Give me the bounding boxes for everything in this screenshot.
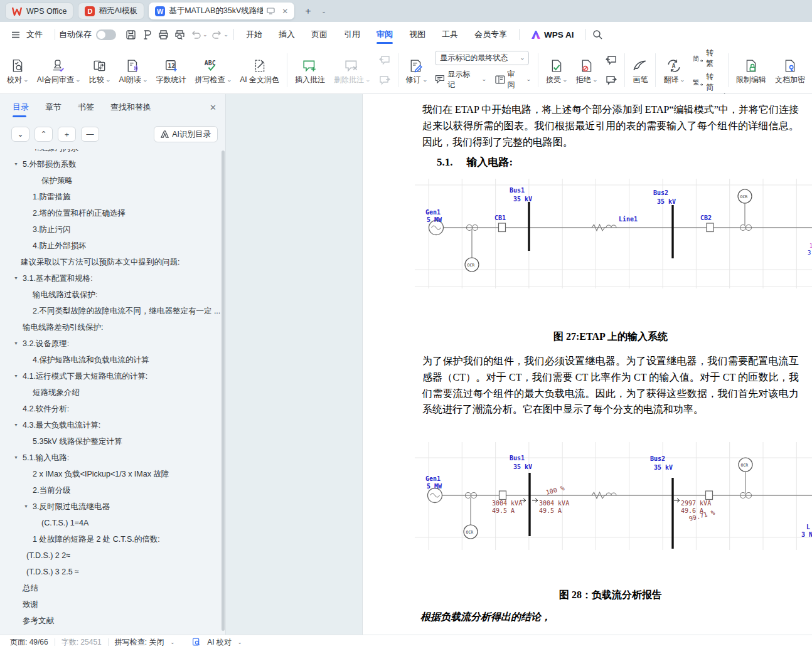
show-markup-button[interactable]: 显示标记⌄ [435, 69, 486, 90]
toc-item[interactable]: 2 x IMax 负载<IPickup<1/3 x IMax 故障 [0, 466, 220, 482]
hamburger-icon[interactable] [8, 26, 24, 43]
next-change-icon[interactable] [604, 74, 618, 87]
toc-item[interactable]: 4.绝缘污闪系 [0, 149, 220, 156]
figure-27-caption[interactable]: 图 27:ETAP 上的输入系统 [422, 330, 799, 344]
spell-check-button[interactable]: ABC 拼写检查⌄ [191, 56, 236, 85]
new-tab-button[interactable]: ＋ [299, 5, 317, 17]
print-preview-icon[interactable] [171, 26, 188, 43]
traditional-to-simplified-button[interactable]: 繁 转简 [693, 71, 721, 93]
paragraph[interactable]: 为了保护我们的组件，我们必须设置继电器。为了设置继电器，我们需要配置电流互感器（… [422, 353, 799, 418]
word-count-button[interactable]: 12 字数统计 [152, 56, 191, 85]
toc-expand-arrow-icon[interactable]: ▼ [14, 276, 18, 280]
zoom-out-toc-button[interactable]: — [81, 127, 99, 142]
menu-member[interactable]: 会员专享 [466, 22, 515, 47]
zoom-in-toc-button[interactable]: ＋ [58, 127, 76, 142]
toc-expand-arrow-icon[interactable]: ▼ [14, 455, 18, 460]
restrict-editing-button[interactable]: 限制编辑 [732, 56, 771, 85]
menu-reference[interactable]: 引用 [336, 22, 368, 47]
sidebar-tab-chapters[interactable]: 章节 [45, 102, 61, 113]
toc-item[interactable]: 1.防雷措施 [0, 189, 220, 205]
accept-change-button[interactable]: 接受⌄ [542, 56, 572, 85]
toc-item[interactable]: ▼5.外部损伤系数 [0, 156, 220, 172]
page-indicator[interactable]: 页面: 49/66 [10, 637, 48, 648]
toc-item[interactable]: (T.D.S.) 2 2≈ [0, 547, 220, 564]
compare-button[interactable]: 比较⌄ [85, 56, 115, 85]
menu-view[interactable]: 视图 [401, 22, 434, 47]
reject-change-button[interactable]: 拒绝⌄ [572, 56, 602, 85]
previous-change-icon[interactable] [604, 54, 618, 66]
translate-button[interactable]: A 翻译⌄ [659, 56, 689, 85]
toc-item[interactable]: 短路现象介绍 [0, 384, 220, 401]
toc-item[interactable]: 1 处故障的短路是 2 处 C.T.S.的倍数: [0, 531, 220, 547]
toc-item[interactable]: 3.防止污闪 [0, 221, 220, 238]
spell-check-status[interactable]: 拼写检查: 关闭 [115, 637, 164, 648]
toc-item[interactable]: ▼4.1.运行模式下最大短路电流的计算: [0, 368, 220, 384]
toc-item[interactable]: ▼3.2.设备原理: [0, 335, 220, 352]
toc-item[interactable]: 致谢 [0, 596, 220, 613]
toc-item[interactable]: 2.不同类型故障的故障电流不同，继电器整定有一定 ... [0, 303, 220, 319]
menu-file[interactable]: 文件 [24, 22, 51, 47]
track-changes-button[interactable]: 修订⌄ [402, 56, 432, 85]
tab-list-chevron-icon[interactable]: ⌄ [317, 8, 331, 14]
simplified-to-traditional-button[interactable]: 简 转繁 [693, 48, 721, 69]
toc-item[interactable]: ▼5.1.输入电路: [0, 450, 220, 466]
toc-expand-arrow-icon[interactable]: ▼ [14, 341, 18, 346]
markup-state-combobox[interactable]: 显示标记的最终状态 ⌄ [435, 51, 529, 65]
toc-item[interactable]: ▼3.反时限过电流继电器 [0, 499, 220, 515]
encrypt-document-button[interactable]: 文档加密 [771, 56, 809, 85]
proofread-button[interactable]: 校对⌄ [3, 56, 33, 85]
etap-input-circuit-diagram[interactable]: OCR OCR Gen1 5 MW CB1 Bus1 35 kV Line1 B… [415, 179, 812, 288]
toc-item[interactable]: 参考文献 [0, 613, 220, 629]
search-icon[interactable] [590, 26, 606, 43]
toc-item[interactable]: 2.塔的位置和杆的正确选择 [0, 205, 220, 221]
toc-expand-arrow-icon[interactable]: ▼ [14, 162, 18, 166]
toc-item[interactable]: ▼4.3.最大负载电流计算: [0, 417, 220, 433]
toc-item[interactable]: 4.防止外部损坏 [0, 238, 220, 254]
autosave-toggle[interactable] [96, 29, 116, 40]
redo-icon[interactable] [209, 26, 225, 43]
sidebar-scrollbar[interactable] [222, 150, 225, 631]
toc-item[interactable]: (T.D.S.) 3 2.5 ≈ [0, 564, 220, 580]
review-pane-button[interactable]: 审阅⌄ [495, 69, 531, 90]
ai-read-aloud-button[interactable]: AI朗读⌄ [114, 56, 151, 85]
sidebar-tab-bookmarks[interactable]: 书签 [78, 102, 94, 113]
ai-contract-review-button[interactable]: AI合同审查⌄ [33, 56, 85, 85]
paragraph[interactable]: 我们在 ETAP 中开始电路，将上述每个部分添加到 ETAP“编辑模式”中，并将… [422, 102, 799, 150]
sidebar-tab-find-replace[interactable]: 查找和替换 [110, 102, 151, 113]
sidebar-tab-toc[interactable]: 目录 [13, 102, 29, 113]
menu-review[interactable]: 审阅 [368, 22, 401, 47]
toc-item[interactable]: ▼3.1.基本配置和规格: [0, 270, 220, 287]
expand-all-button[interactable]: ⌃ [35, 127, 53, 142]
ai-proofread-status[interactable]: AI 校对 [207, 637, 232, 648]
save-icon[interactable] [122, 26, 139, 43]
toc-item[interactable]: 4.保护短路电流和负载电流的计算 [0, 352, 220, 368]
toc-item[interactable]: 保护策略 [0, 172, 220, 189]
wps-ai-button[interactable]: WPS AI [523, 30, 582, 40]
toc-item[interactable]: 输电线路差动引线保护: [0, 319, 220, 335]
load-flow-diagram[interactable]: OCR OCR Gen1 5 MW Bus1 35 kV 3004 kVA 49… [415, 442, 812, 550]
menu-insert[interactable]: 插入 [270, 22, 303, 47]
close-tab-icon[interactable]: ✕ [282, 7, 288, 16]
toc-item[interactable]: 2.当前分级 [0, 482, 220, 499]
menu-tools[interactable]: 工具 [434, 22, 466, 47]
close-sidebar-icon[interactable]: ✕ [210, 103, 216, 112]
tab-document-active[interactable]: W 基于MATLAB的35kV线路继 ✕ [149, 3, 294, 19]
toc-item[interactable]: 输电线路过载保护: [0, 287, 220, 303]
undo-icon[interactable] [188, 26, 204, 43]
print-icon[interactable] [155, 26, 171, 43]
figure-28-caption[interactable]: 图 28：负载流分析报告 [422, 589, 799, 602]
word-count-indicator[interactable]: 字数: 25451 [61, 637, 102, 648]
ai-recognize-toc-button[interactable]: AI识别目录 [154, 126, 218, 142]
tab-docer-ai[interactable]: D 稻壳AI模板 [78, 3, 144, 19]
tab-wps-office[interactable]: WPS Office [5, 3, 73, 19]
screen-share-icon[interactable] [267, 8, 275, 14]
toc-item[interactable]: 总结 [0, 580, 220, 596]
conclusion-line[interactable]: 根据负载流分析得出的结论， [420, 611, 551, 624]
insert-comment-button[interactable]: 插入批注 [291, 56, 329, 85]
menu-home[interactable]: 开始 [238, 22, 270, 47]
toc-expand-arrow-icon[interactable]: ▼ [24, 504, 28, 509]
ai-polish-button[interactable]: AI 全文润色 [235, 56, 284, 85]
toc-item[interactable]: 建议采取以下方法可以预防本文中提到的问题: [0, 254, 220, 270]
toc-item[interactable]: 5.35kV 线路保护整定计算 [0, 433, 220, 450]
brush-button[interactable]: 画笔 [628, 56, 652, 85]
